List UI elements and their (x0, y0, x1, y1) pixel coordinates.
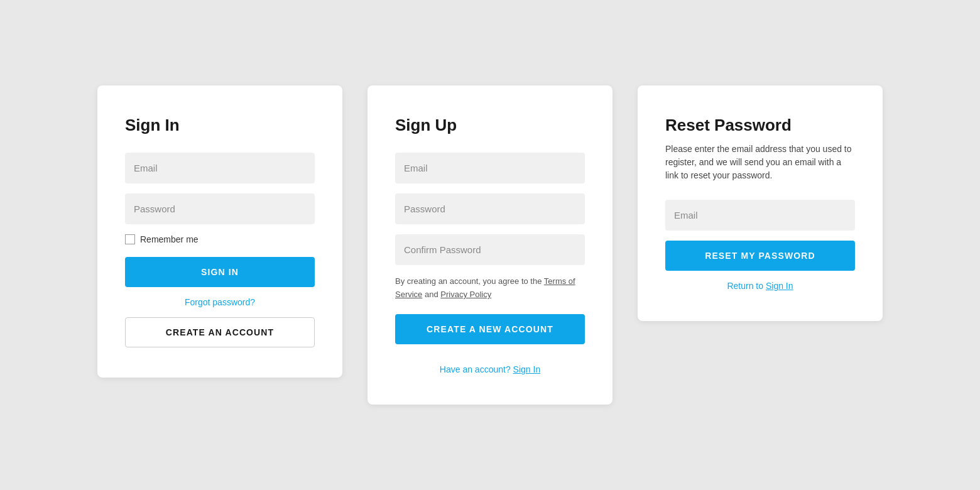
page-container: Sign In Remember me SIGN IN Forgot passw… (0, 48, 980, 442)
signup-confirm-password-input[interactable] (395, 234, 585, 265)
return-to-signin-container: Return to Sign In (665, 281, 855, 291)
reset-signin-link[interactable]: Sign In (766, 281, 793, 291)
create-account-button[interactable]: CREATE AN ACCOUNT (125, 317, 315, 347)
privacy-policy-link[interactable]: Privacy Policy (440, 290, 491, 299)
signin-title: Sign In (125, 116, 315, 135)
signin-button[interactable]: SIGN IN (125, 257, 315, 287)
signup-signin-link[interactable]: Sign In (513, 364, 541, 374)
signup-card: Sign Up By creating an account, you agre… (368, 85, 612, 405)
reset-email-input[interactable] (665, 200, 855, 231)
reset-card: Reset Password Please enter the email ad… (638, 85, 883, 321)
signin-password-input[interactable] (125, 193, 315, 224)
signup-password-input[interactable] (395, 193, 585, 224)
reset-title: Reset Password (665, 116, 855, 135)
have-account-container: Have an account? Sign In (395, 364, 585, 374)
terms-text: By creating an account, you agree to the… (395, 275, 585, 302)
create-new-account-button[interactable]: CREATE A NEW ACCOUNT (395, 314, 585, 344)
have-account-text: Have an account? (440, 364, 511, 374)
signup-title: Sign Up (395, 116, 585, 135)
reset-password-button[interactable]: RESET MY PASSWORD (665, 241, 855, 271)
reset-subtitle: Please enter the email address that you … (665, 143, 855, 182)
remember-me-checkbox[interactable] (125, 234, 135, 244)
remember-me-container: Remember me (125, 234, 315, 244)
signin-email-input[interactable] (125, 153, 315, 183)
signin-card: Sign In Remember me SIGN IN Forgot passw… (97, 85, 342, 378)
signup-email-input[interactable] (395, 153, 585, 183)
remember-me-label[interactable]: Remember me (140, 234, 199, 244)
return-to-text: Return to (727, 281, 763, 291)
forgot-password-link[interactable]: Forgot password? (125, 297, 315, 307)
